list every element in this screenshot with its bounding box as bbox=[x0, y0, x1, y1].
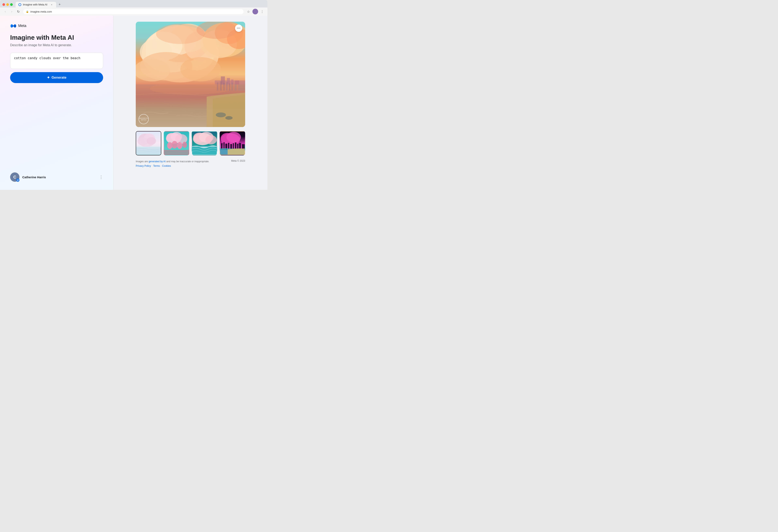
browser-actions: ☆ ⋮ bbox=[246, 9, 265, 14]
close-traffic-light[interactable] bbox=[2, 3, 5, 6]
profile-avatar-button[interactable] bbox=[252, 9, 258, 14]
svg-rect-31 bbox=[136, 86, 245, 88]
browser-window: Imagine with Meta AI × + ‹ › ↻ 🔒 imagine… bbox=[0, 0, 267, 190]
thumbnail-3[interactable] bbox=[192, 131, 217, 155]
svg-rect-41 bbox=[238, 84, 245, 90]
user-initial: C bbox=[13, 175, 16, 179]
active-tab[interactable]: Imagine with Meta AI × bbox=[16, 2, 56, 7]
url-lock-icon: 🔒 bbox=[26, 10, 29, 13]
footer-text-before: Images are bbox=[136, 160, 149, 163]
svg-point-46 bbox=[138, 137, 148, 145]
thumbnail-4[interactable] bbox=[220, 131, 245, 155]
svg-point-69 bbox=[227, 132, 241, 143]
generate-label: Generate bbox=[52, 76, 67, 80]
tab-close-button[interactable]: × bbox=[50, 3, 53, 6]
svg-rect-49 bbox=[136, 147, 161, 148]
page-subtitle: Describe an image for Meta AI to generat… bbox=[10, 43, 103, 47]
footer-ai-link[interactable]: generated by AI bbox=[149, 160, 165, 163]
left-panel-spacer bbox=[10, 83, 103, 168]
user-name: Catherine Harris bbox=[22, 175, 46, 179]
main-generated-image bbox=[136, 22, 245, 127]
new-tab-button[interactable]: + bbox=[57, 2, 62, 7]
url-text: imagine.meta.com bbox=[30, 10, 52, 13]
main-image-container: ··· IMAGINED BY META AI bbox=[136, 22, 245, 127]
back-button[interactable]: ‹ bbox=[2, 9, 8, 14]
url-bar[interactable]: 🔒 imagine.meta.com bbox=[23, 9, 243, 14]
left-panel: Meta Imagine with Meta AI Describe an im… bbox=[0, 16, 113, 190]
user-avatar: C bbox=[10, 172, 19, 182]
forward-button[interactable]: › bbox=[9, 9, 15, 14]
svg-rect-38 bbox=[229, 83, 230, 90]
footer-sep-2: · bbox=[161, 164, 161, 167]
tab-favicon bbox=[18, 3, 21, 6]
right-panel: ··· IMAGINED BY META AI bbox=[113, 16, 267, 190]
svg-point-33 bbox=[225, 116, 233, 120]
footer-sep-1: · bbox=[152, 164, 152, 167]
meta-logo-icon bbox=[10, 24, 17, 28]
traffic-lights bbox=[2, 3, 13, 6]
address-bar: ‹ › ↻ 🔒 imagine.meta.com ☆ ⋮ bbox=[0, 7, 267, 16]
reload-button[interactable]: ↻ bbox=[15, 9, 21, 14]
meta-logo-text: Meta bbox=[18, 24, 26, 28]
watermark-text: IMAGINED BY META AI bbox=[139, 118, 148, 121]
meta-logo: Meta bbox=[10, 24, 103, 28]
minimize-traffic-light[interactable] bbox=[6, 3, 9, 6]
user-profile: C Catherine Harris ⋮ bbox=[10, 168, 103, 182]
footer-terms-link[interactable]: Terms bbox=[153, 164, 160, 167]
svg-point-47 bbox=[147, 137, 156, 145]
svg-rect-40 bbox=[235, 84, 237, 90]
svg-rect-35 bbox=[220, 81, 222, 90]
generate-button[interactable]: ✦ Generate bbox=[10, 72, 103, 83]
svg-rect-39 bbox=[231, 82, 233, 90]
maximize-traffic-light[interactable] bbox=[10, 3, 13, 6]
svg-point-56 bbox=[172, 141, 178, 149]
footer-text-after: and may be inaccurate or inappropriate. bbox=[165, 160, 209, 163]
tab-bar: Imagine with Meta AI × + bbox=[0, 0, 267, 7]
more-options-button[interactable]: ··· bbox=[235, 24, 242, 32]
sparkle-icon: ✦ bbox=[47, 75, 50, 80]
svg-point-32 bbox=[216, 112, 226, 117]
bookmark-button[interactable]: ☆ bbox=[246, 9, 251, 14]
user-menu-button[interactable]: ⋮ bbox=[99, 175, 103, 179]
svg-point-64 bbox=[206, 135, 217, 144]
footer-cookies-link[interactable]: Cookies bbox=[162, 164, 171, 167]
svg-rect-48 bbox=[136, 147, 161, 155]
footer-disclaimer: Images are generated by AI and may be in… bbox=[136, 159, 209, 168]
thumbnail-2[interactable] bbox=[164, 131, 189, 155]
tab-title: Imagine with Meta AI bbox=[23, 3, 48, 6]
thumbnail-1[interactable] bbox=[136, 131, 161, 155]
svg-rect-36 bbox=[223, 83, 225, 90]
more-options-icon: ··· bbox=[237, 26, 240, 30]
page-content: Meta Imagine with Meta AI Describe an im… bbox=[0, 16, 267, 190]
svg-point-28 bbox=[180, 57, 221, 81]
nav-buttons: ‹ › ↻ bbox=[2, 9, 21, 14]
svg-rect-37 bbox=[226, 82, 228, 90]
svg-point-30 bbox=[150, 82, 231, 95]
footer-copyright: Meta © 2023 bbox=[231, 159, 245, 162]
svg-rect-34 bbox=[217, 82, 218, 90]
page-footer: Images are generated by AI and may be in… bbox=[136, 159, 245, 168]
svg-point-57 bbox=[177, 142, 182, 149]
svg-point-58 bbox=[182, 142, 187, 148]
svg-point-24 bbox=[156, 24, 205, 44]
user-avatar-badge bbox=[16, 178, 19, 182]
svg-rect-59 bbox=[164, 150, 189, 155]
page-title: Imagine with Meta AI bbox=[10, 33, 103, 41]
thumbnails-row bbox=[136, 131, 245, 155]
menu-button[interactable]: ⋮ bbox=[259, 9, 265, 14]
watermark: IMAGINED BY META AI bbox=[139, 114, 149, 124]
prompt-input[interactable]: cotton candy clouds over the beach bbox=[10, 53, 103, 69]
footer-privacy-link[interactable]: Privacy Policy bbox=[136, 164, 151, 167]
